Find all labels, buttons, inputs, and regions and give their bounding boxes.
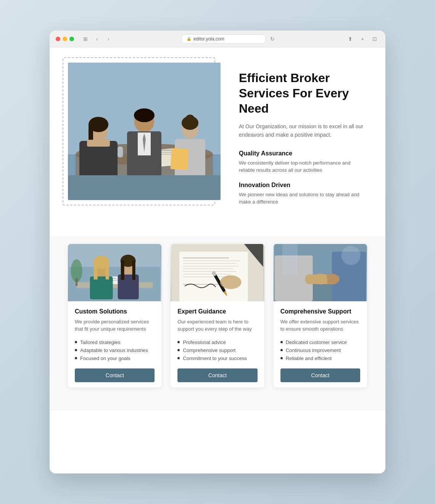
card-2-desc: Our experienced team is here to support … [177, 318, 257, 333]
feature-1-desc: We consistently deliver top-notch perfor… [239, 159, 367, 174]
svg-rect-28 [171, 148, 189, 170]
cards-section: Custom Solutions We provide personalized… [50, 236, 385, 410]
bullet-icon [280, 357, 283, 359]
browser-chrome: ⊞ ‹ › 🔒 editor.yola.com ↻ ⬆ + ⊡ [50, 31, 385, 47]
card-3-desc: We offer extensive support services to e… [280, 318, 360, 333]
svg-point-27 [185, 115, 195, 124]
svg-rect-47 [76, 278, 78, 286]
svg-rect-45 [132, 261, 135, 280]
svg-rect-54 [183, 268, 233, 269]
bullet-icon [280, 349, 283, 351]
svg-rect-44 [121, 261, 124, 280]
feature-quality-assurance: Quality Assurance We consistently delive… [239, 150, 367, 174]
page-content: Efficient Broker Services For Every Need… [50, 47, 385, 473]
card-expert-guidance: Expert Guidance Our experienced team is … [171, 244, 264, 388]
list-item: Continuous improvement [280, 346, 360, 354]
svg-rect-56 [183, 274, 231, 275]
hero-image-container [68, 63, 221, 200]
bullet-icon [75, 341, 77, 343]
more-button[interactable]: ⊡ [370, 34, 379, 44]
card-3-contact-button[interactable]: Contact [280, 368, 360, 382]
maximize-button[interactable] [69, 37, 74, 41]
svg-rect-29 [68, 175, 221, 200]
reload-button[interactable]: ↻ [268, 34, 277, 44]
feature-2-title: Innovation Driven [239, 182, 367, 189]
svg-rect-18 [89, 124, 93, 140]
svg-rect-16 [87, 139, 110, 147]
list-item: Focused on your goals [75, 354, 155, 362]
svg-point-23 [134, 108, 155, 122]
card-comprehensive-support: Comprehensive Support We offer extensive… [274, 244, 367, 388]
list-item-text: Comprehensive support [183, 347, 235, 353]
card-2-contact-button[interactable]: Contact [177, 368, 257, 382]
list-item: Adaptable to various industries [75, 346, 155, 354]
card-custom-solutions: Custom Solutions We provide personalized… [68, 244, 161, 388]
svg-rect-76 [324, 276, 327, 283]
svg-rect-37 [90, 276, 113, 299]
list-item-text: Dedicated customer service [286, 339, 347, 345]
forward-button[interactable]: › [104, 34, 113, 44]
card-1-title: Custom Solutions [75, 308, 155, 315]
list-item: Professional advice [177, 338, 257, 346]
card-1-list: Tailored strategies Adaptable to various… [75, 338, 155, 362]
svg-rect-55 [183, 271, 237, 272]
bullet-icon [280, 341, 283, 343]
bullet-icon [75, 357, 77, 359]
list-item-text: Continuous improvement [286, 347, 341, 353]
svg-rect-52 [183, 263, 237, 264]
bullet-icon [177, 349, 180, 351]
add-tab-button[interactable]: + [358, 34, 367, 44]
card-1-desc: We provide personalized services that fi… [75, 318, 155, 333]
list-item: Reliable and efficient [280, 354, 360, 362]
feature-1-title: Quality Assurance [239, 150, 367, 157]
sidebar-toggle[interactable]: ⊞ [81, 34, 90, 44]
card-3-list: Dedicated customer service Continuous im… [280, 338, 360, 362]
card-2-body: Expert Guidance Our experienced team is … [171, 301, 264, 388]
svg-rect-73 [313, 276, 316, 284]
hero-title: Efficient Broker Services For Every Need [239, 70, 367, 116]
back-button[interactable]: ‹ [92, 34, 102, 44]
card-3-body: Comprehensive Support We offer extensive… [274, 301, 367, 388]
browser-right-buttons: ⬆ + ⊡ [346, 34, 379, 44]
minimize-button[interactable] [63, 37, 67, 41]
feature-2-desc: We pioneer new ideas and solutions to st… [239, 191, 367, 206]
svg-rect-75 [320, 275, 323, 284]
svg-rect-39 [94, 262, 98, 279]
list-item: Commitment to your success [177, 354, 257, 362]
list-item-text: Professional advice [183, 339, 226, 345]
card-2-title: Expert Guidance [177, 308, 257, 315]
svg-rect-53 [183, 266, 238, 267]
card-3-image [274, 244, 367, 301]
svg-rect-50 [183, 257, 229, 258]
bullet-icon [75, 349, 77, 351]
list-item-text: Adaptable to various industries [80, 347, 148, 353]
list-item: Dedicated customer service [280, 338, 360, 346]
close-button[interactable] [56, 37, 60, 41]
address-bar-wrap: 🔒 editor.yola.com ↻ [117, 34, 342, 44]
svg-point-77 [341, 246, 360, 265]
card-2-list: Professional advice Comprehensive suppor… [177, 338, 257, 362]
address-bar[interactable]: 🔒 editor.yola.com [182, 34, 266, 44]
list-item-text: Commitment to your success [183, 355, 247, 361]
traffic-lights [56, 37, 74, 41]
hero-image [68, 63, 221, 200]
list-item-text: Tailored strategies [80, 339, 121, 345]
svg-rect-78 [282, 244, 297, 275]
cards-grid: Custom Solutions We provide personalized… [68, 244, 367, 388]
svg-point-62 [220, 275, 242, 289]
hero-section: Efficient Broker Services For Every Need… [50, 47, 385, 236]
feature-innovation-driven: Innovation Driven We pioneer new ideas a… [239, 182, 367, 206]
bullet-icon [177, 341, 180, 343]
svg-rect-51 [183, 260, 240, 261]
card-1-body: Custom Solutions We provide personalized… [68, 301, 161, 388]
svg-rect-5 [118, 147, 123, 157]
list-item: Comprehensive support [177, 346, 257, 354]
card-2-image [171, 244, 264, 301]
svg-rect-74 [316, 276, 319, 284]
list-item-text: Reliable and efficient [286, 355, 332, 361]
share-button[interactable]: ⬆ [346, 34, 355, 44]
card-1-contact-button[interactable]: Contact [75, 368, 155, 382]
browser-window: ⊞ ‹ › 🔒 editor.yola.com ↻ ⬆ + ⊡ [50, 31, 385, 473]
card-3-title: Comprehensive Support [280, 308, 360, 315]
svg-rect-40 [106, 262, 109, 279]
